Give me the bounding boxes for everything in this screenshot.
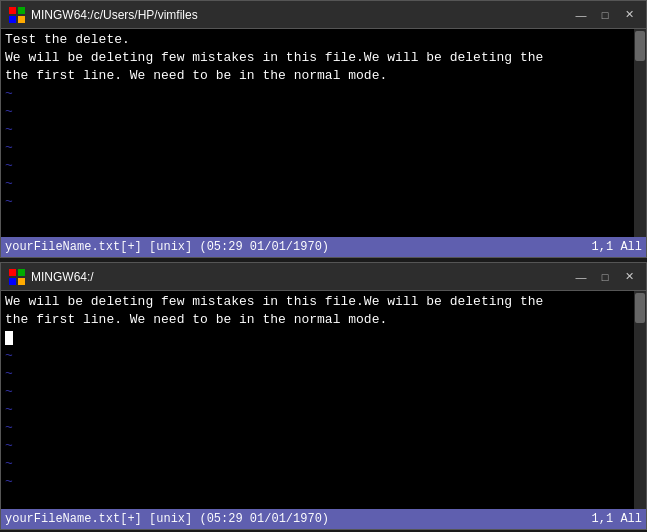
svg-rect-5: [18, 269, 25, 276]
editor-content-2[interactable]: We will be deleting few mistakes in this…: [1, 291, 634, 509]
titlebar-1: MINGW64:/c/Users/HP/vimfiles — □ ✕: [1, 1, 646, 29]
svg-rect-6: [9, 278, 16, 285]
tilde-1-5: ~: [5, 157, 630, 175]
statusbar-right-1: 1,1 All: [592, 240, 642, 254]
close-button-2[interactable]: ✕: [620, 268, 638, 286]
tilde-2-8: ~: [5, 473, 630, 491]
titlebar-title-1: MINGW64:/c/Users/HP/vimfiles: [31, 8, 572, 22]
svg-rect-2: [9, 16, 16, 23]
editor-area-1: Test the delete. We will be deleting few…: [1, 29, 646, 237]
maximize-button-2[interactable]: □: [596, 268, 614, 286]
cursor-line: [5, 329, 630, 347]
editor-line-1-0: Test the delete.: [5, 31, 630, 49]
scrollbar-1[interactable]: [634, 29, 646, 237]
titlebar-controls-2: — □ ✕: [572, 268, 638, 286]
tilde-2-1: ~: [5, 347, 630, 365]
editor-line-1-2: the first line. We need to be in the nor…: [5, 67, 630, 85]
tilde-1-4: ~: [5, 139, 630, 157]
scrollbar-thumb-1[interactable]: [635, 31, 645, 61]
svg-rect-0: [9, 7, 16, 14]
mingw-icon-2: [9, 269, 25, 285]
minimize-button-1[interactable]: —: [572, 6, 590, 24]
svg-rect-7: [18, 278, 25, 285]
titlebar-controls-1: — □ ✕: [572, 6, 638, 24]
scrollbar-thumb-2[interactable]: [635, 293, 645, 323]
editor-area-2: We will be deleting few mistakes in this…: [1, 291, 646, 509]
text-cursor: [5, 331, 13, 345]
svg-rect-4: [9, 269, 16, 276]
editor-content-1[interactable]: Test the delete. We will be deleting few…: [1, 29, 634, 237]
close-button-1[interactable]: ✕: [620, 6, 638, 24]
window-1: MINGW64:/c/Users/HP/vimfiles — □ ✕ Test …: [0, 0, 647, 258]
tilde-2-2: ~: [5, 365, 630, 383]
statusbar-1: yourFileName.txt[+] [unix] (05:29 01/01/…: [1, 237, 646, 257]
statusbar-2: yourFileName.txt[+] [unix] (05:29 01/01/…: [1, 509, 646, 529]
editor-line-2-0: We will be deleting few mistakes in this…: [5, 293, 630, 311]
tilde-2-7: ~: [5, 455, 630, 473]
minimize-button-2[interactable]: —: [572, 268, 590, 286]
titlebar-2: MINGW64:/ — □ ✕: [1, 263, 646, 291]
scrollbar-2[interactable]: [634, 291, 646, 509]
editor-line-2-1: the first line. We need to be in the nor…: [5, 311, 630, 329]
tilde-1-2: ~: [5, 103, 630, 121]
statusbar-right-2: 1,1 All: [592, 512, 642, 526]
statusbar-left-2: yourFileName.txt[+] [unix] (05:29 01/01/…: [5, 512, 592, 526]
tilde-2-3: ~: [5, 383, 630, 401]
tilde-1-7: ~: [5, 193, 630, 211]
tilde-2-6: ~: [5, 437, 630, 455]
editor-line-1-1: We will be deleting few mistakes in this…: [5, 49, 630, 67]
tilde-2-4: ~: [5, 401, 630, 419]
mingw-icon-1: [9, 7, 25, 23]
tilde-2-5: ~: [5, 419, 630, 437]
svg-rect-3: [18, 16, 25, 23]
svg-rect-1: [18, 7, 25, 14]
statusbar-left-1: yourFileName.txt[+] [unix] (05:29 01/01/…: [5, 240, 592, 254]
maximize-button-1[interactable]: □: [596, 6, 614, 24]
tilde-1-6: ~: [5, 175, 630, 193]
tilde-1-3: ~: [5, 121, 630, 139]
tilde-1-1: ~: [5, 85, 630, 103]
titlebar-title-2: MINGW64:/: [31, 270, 572, 284]
window-2: MINGW64:/ — □ ✕ We will be deleting few …: [0, 262, 647, 530]
